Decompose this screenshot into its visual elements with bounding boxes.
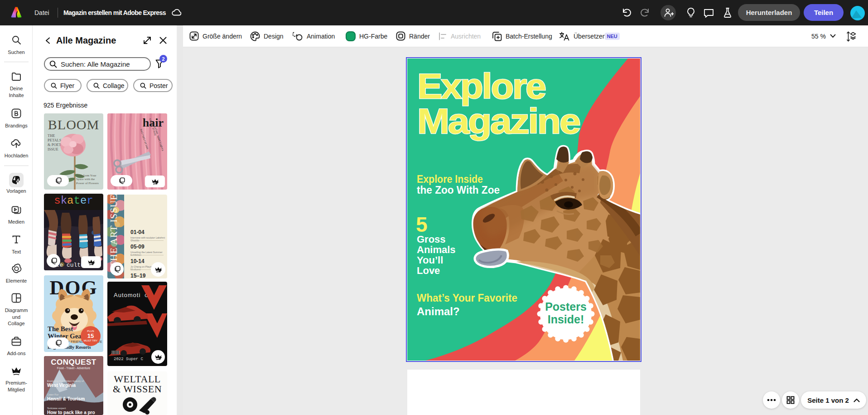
svg-text:5: 5 [416,213,428,236]
svg-text:Magazine: Magazine [417,102,580,141]
svg-text:You’ll: You’ll [417,254,443,266]
svg-text:What’s Your Favorite: What’s Your Favorite [417,292,517,304]
svg-text:Gross: Gross [417,234,446,245]
svg-text:Explore Inside: Explore Inside [417,173,483,185]
svg-text:Love: Love [417,265,440,276]
svg-text:Animal?: Animal? [417,305,460,317]
svg-text:Animals: Animals [417,244,456,255]
svg-text:Explore: Explore [417,67,545,106]
svg-text:Posters: Posters [545,300,587,313]
svg-text:Inside!: Inside! [548,313,584,326]
svg-text:the Zoo With Zoe: the Zoo With Zoe [417,184,500,196]
